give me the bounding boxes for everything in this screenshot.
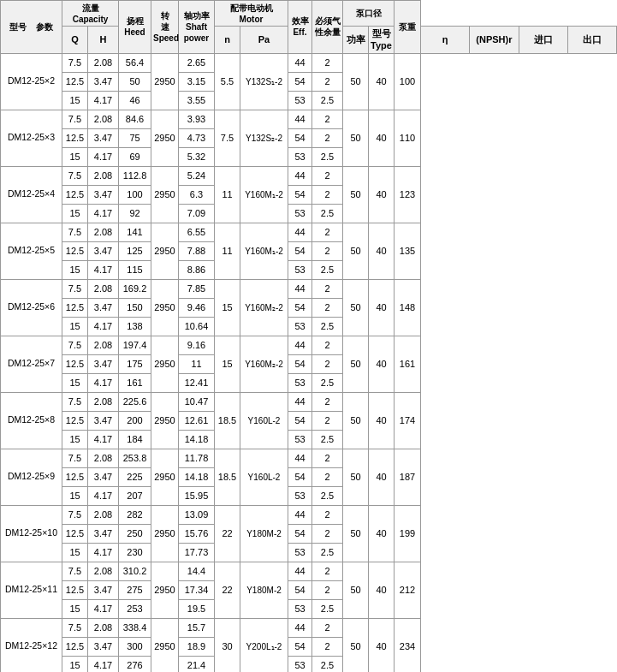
cell-H: 4.17 <box>88 147 119 166</box>
cell-H: 3.47 <box>88 185 119 204</box>
cell-Pa: 14.18 <box>179 467 215 486</box>
model-cell: DM12-25×5 <box>1 223 62 279</box>
table-row: 12.53.47503.15542 <box>1 72 617 91</box>
model-cell: DM12-25×8 <box>1 392 62 449</box>
cell-npsh: 2.5 <box>312 260 343 279</box>
cell-eff: 54 <box>288 298 312 317</box>
cell-Pa: 7.85 <box>179 279 215 298</box>
main-table-container: 型号 参数 流量Capacity 扬程Heed 转速Speed 轴功率Shaft… <box>0 0 617 672</box>
cell-head: 84.6 <box>119 110 151 128</box>
cell-head: 125 <box>119 241 151 260</box>
cell-head: 138 <box>119 317 151 336</box>
cell-Q: 15 <box>62 486 88 505</box>
cell-Pa: 15.95 <box>179 486 215 505</box>
cell-eff: 54 <box>288 637 312 656</box>
col-header-npsh: 必须气性余量 <box>312 1 343 54</box>
cell-Q: 7.5 <box>62 223 88 241</box>
table-row: DM12-25×127.52.08338.4295015.730Y200L₁-2… <box>1 618 617 637</box>
cell-Q: 12.5 <box>62 524 88 543</box>
cell-eff: 54 <box>288 580 312 599</box>
cell-eff: 44 <box>288 53 312 72</box>
cell-npsh: 2 <box>312 53 343 72</box>
cell-npsh: 2 <box>312 505 343 524</box>
col-header-H: H <box>88 27 119 54</box>
cell-motor-type: Y132S₁-2 <box>240 53 288 110</box>
cell-H: 2.08 <box>88 223 119 241</box>
cell-head: 275 <box>119 580 151 599</box>
model-cell: DM12-25×7 <box>1 336 62 392</box>
cell-inlet: 50 <box>343 336 369 392</box>
cell-H: 2.08 <box>88 562 119 580</box>
cell-Q: 15 <box>62 260 88 279</box>
cell-motor-type: Y160L-2 <box>240 392 288 449</box>
cell-Q: 7.5 <box>62 618 88 637</box>
cell-weight: 135 <box>395 223 421 279</box>
cell-npsh: 2 <box>312 185 343 204</box>
table-row: DM12-25×27.52.0856.429502.655.5Y132S₁-24… <box>1 53 617 72</box>
cell-inlet: 50 <box>343 392 369 449</box>
cell-H: 4.17 <box>88 373 119 392</box>
cell-head: 250 <box>119 524 151 543</box>
cell-head: 112.8 <box>119 166 151 185</box>
cell-head: 300 <box>119 637 151 656</box>
cell-Q: 12.5 <box>62 637 88 656</box>
cell-npsh: 2 <box>312 279 343 298</box>
table-row: DM12-25×87.52.08225.6295010.4718.5Y160L-… <box>1 392 617 411</box>
cell-outlet: 40 <box>369 449 395 505</box>
cell-outlet: 40 <box>369 223 395 279</box>
model-cell: DM12-25×9 <box>1 449 62 505</box>
cell-speed: 2950 <box>151 336 179 392</box>
cell-Q: 7.5 <box>62 110 88 128</box>
cell-weight: 148 <box>395 279 421 336</box>
cell-head: 207 <box>119 486 151 505</box>
cell-Pa: 3.55 <box>179 91 215 110</box>
cell-H: 2.08 <box>88 336 119 354</box>
cell-Pa: 5.32 <box>179 147 215 166</box>
cell-eff: 53 <box>288 430 312 449</box>
cell-head: 175 <box>119 354 151 373</box>
cell-H: 3.47 <box>88 298 119 317</box>
cell-head: 184 <box>119 430 151 449</box>
cell-H: 3.47 <box>88 72 119 91</box>
model-cell: DM12-25×12 <box>1 618 62 672</box>
cell-Pa: 9.16 <box>179 336 215 354</box>
cell-outlet: 40 <box>369 562 395 618</box>
cell-npsh: 2 <box>312 128 343 147</box>
cell-Pa: 15.76 <box>179 524 215 543</box>
cell-head: 150 <box>119 298 151 317</box>
cell-eff: 53 <box>288 317 312 336</box>
cell-npsh: 2.5 <box>312 656 343 672</box>
cell-eff: 53 <box>288 91 312 110</box>
cell-npsh: 2 <box>312 637 343 656</box>
cell-npsh: 2 <box>312 354 343 373</box>
cell-Q: 12.5 <box>62 185 88 204</box>
cell-head: 115 <box>119 260 151 279</box>
cell-eff: 44 <box>288 110 312 128</box>
cell-inlet: 50 <box>343 110 369 166</box>
cell-Pa: 10.64 <box>179 317 215 336</box>
cell-weight: 174 <box>395 392 421 449</box>
table-row: 154.17695.32532.5 <box>1 147 617 166</box>
cell-eff: 54 <box>288 524 312 543</box>
cell-H: 4.17 <box>88 486 119 505</box>
cell-motor-type: Y160M₂-2 <box>240 336 288 392</box>
cell-npsh: 2.5 <box>312 204 343 223</box>
table-row: 12.53.4717511542 <box>1 354 617 373</box>
cell-H: 4.17 <box>88 317 119 336</box>
cell-Pa: 7.88 <box>179 241 215 260</box>
cell-H: 2.08 <box>88 618 119 637</box>
cell-eff: 44 <box>288 166 312 185</box>
cell-Pa: 8.86 <box>179 260 215 279</box>
cell-power: 15 <box>215 279 240 336</box>
cell-head: 92 <box>119 204 151 223</box>
cell-eff: 44 <box>288 336 312 354</box>
cell-Pa: 17.34 <box>179 580 215 599</box>
table-body: DM12-25×27.52.0856.429502.655.5Y132S₁-24… <box>1 53 617 672</box>
cell-Pa: 21.4 <box>179 656 215 672</box>
col-header-n: n <box>215 27 240 54</box>
cell-head: 276 <box>119 656 151 672</box>
cell-eff: 54 <box>288 354 312 373</box>
cell-head: 230 <box>119 543 151 562</box>
cell-motor-type: Y160M₁-2 <box>240 166 288 223</box>
cell-npsh: 2 <box>312 298 343 317</box>
